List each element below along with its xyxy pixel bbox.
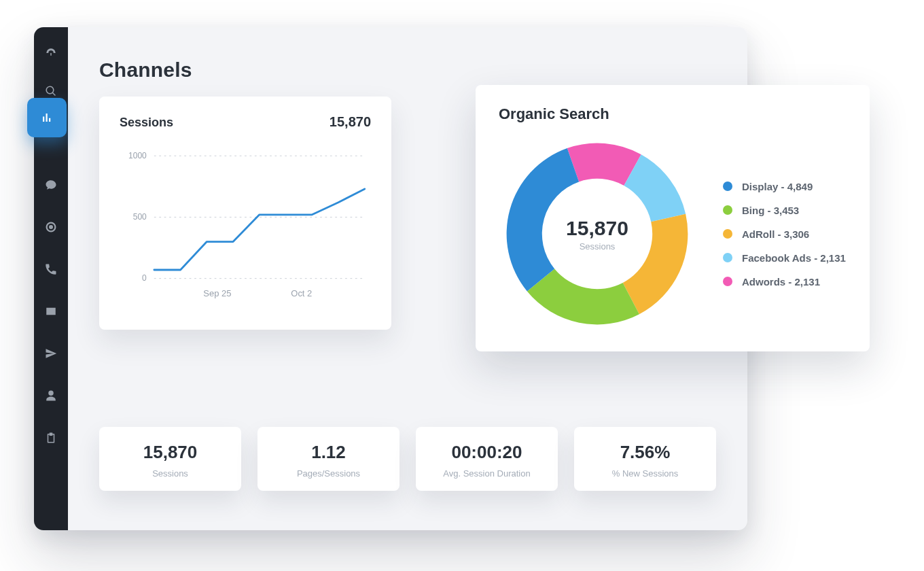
page-title: Channels [99,58,720,82]
legend-item: Bing - 3,453 [723,205,846,216]
legend-dot [723,253,732,262]
legend-item: Adwords - 2,131 [723,276,846,288]
kpi-sessions: 15,870 Sessions [99,427,241,491]
donut-center-label: Sessions [580,241,616,252]
user-icon [45,390,57,402]
sidebar-item-dashboard[interactable] [34,37,68,69]
svg-text:500: 500 [133,212,147,222]
legend-dot [723,205,732,215]
bar-chart-icon [41,111,53,124]
send-icon [45,347,57,360]
legend-item: AdRoll - 3,306 [723,228,846,240]
sidebar-item-phone[interactable] [34,253,68,286]
kpi-label: Pages/Sessions [264,468,393,479]
kpi-value: 7.56% [581,442,709,463]
phone-icon [45,263,57,275]
sidebar [34,27,68,530]
sidebar-item-chat[interactable] [34,169,68,201]
legend-label: Display - 4,849 [742,181,813,192]
sidebar-item-clipboard[interactable] [34,421,68,454]
clipboard-icon [45,432,57,444]
sidebar-item-target[interactable] [34,211,68,243]
dashboard-icon [45,47,57,59]
svg-text:Oct 2: Oct 2 [291,288,312,298]
chat-icon [45,179,57,191]
legend-dot [723,181,732,191]
legend-dot [723,277,732,286]
sidebar-item-analytics[interactable] [27,98,67,137]
kpi-new-sessions: 7.56% % New Sessions [574,427,716,491]
target-icon [45,221,57,233]
legend-item: Facebook Ads - 2,131 [723,252,846,264]
kpi-label: Sessions [106,468,234,479]
kpi-label: % New Sessions [581,468,709,479]
donut-chart: 15,870 Sessions [499,135,696,332]
sidebar-item-mail[interactable] [34,295,68,328]
donut-center-value: 15,870 [566,217,628,240]
sessions-label: Sessions [120,116,173,130]
legend-label: Facebook Ads - 2,131 [742,252,846,264]
sessions-value: 15,870 [330,114,371,130]
sidebar-item-send[interactable] [34,337,68,370]
kpi-pages-per-session: 1.12 Pages/Sessions [257,427,399,491]
legend-dot [723,229,732,239]
donut-legend: Display - 4,849Bing - 3,453AdRoll - 3,30… [723,181,846,288]
legend-item: Display - 4,849 [723,181,846,192]
sessions-line-chart: 05001000Sep 25Oct 2 [120,137,371,313]
kpi-value: 15,870 [106,442,234,463]
organic-title: Organic Search [499,105,847,123]
organic-search-card: Organic Search 15,870 Sessions Display -… [476,85,870,351]
sidebar-item-user[interactable] [34,379,68,412]
search-icon [45,85,57,97]
svg-text:1000: 1000 [128,151,147,160]
legend-label: AdRoll - 3,306 [742,228,809,240]
kpi-label: Avg. Session Duration [423,468,551,479]
kpi-value: 1.12 [264,442,393,463]
svg-text:Sep 25: Sep 25 [203,288,231,298]
svg-text:0: 0 [142,273,147,283]
legend-label: Bing - 3,453 [742,205,799,216]
legend-label: Adwords - 2,131 [742,276,820,288]
mail-icon [45,305,57,317]
kpi-avg-session-duration: 00:00:20 Avg. Session Duration [416,427,558,491]
kpi-row: 15,870 Sessions 1.12 Pages/Sessions 00:0… [99,427,716,491]
kpi-value: 00:00:20 [423,442,551,463]
sessions-card: Sessions 15,870 05001000Sep 25Oct 2 [99,97,391,330]
